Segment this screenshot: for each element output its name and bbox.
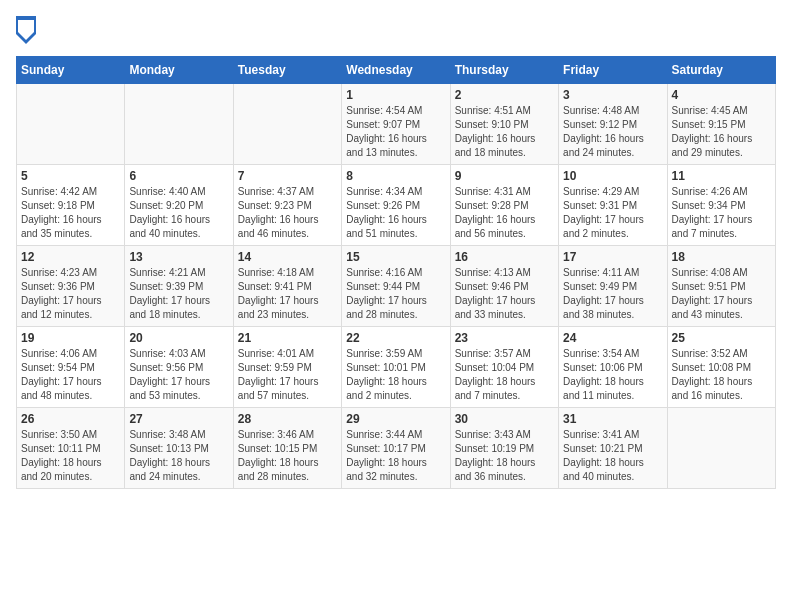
cell-content: Sunrise: 4:18 AM Sunset: 9:41 PM Dayligh…	[238, 266, 337, 322]
day-number: 13	[129, 250, 228, 264]
calendar-cell	[667, 408, 775, 489]
cell-content: Sunrise: 3:59 AM Sunset: 10:01 PM Daylig…	[346, 347, 445, 403]
cell-content: Sunrise: 4:23 AM Sunset: 9:36 PM Dayligh…	[21, 266, 120, 322]
weekday-header: Wednesday	[342, 57, 450, 84]
cell-content: Sunrise: 4:40 AM Sunset: 9:20 PM Dayligh…	[129, 185, 228, 241]
day-number: 27	[129, 412, 228, 426]
cell-content: Sunrise: 4:45 AM Sunset: 9:15 PM Dayligh…	[672, 104, 771, 160]
calendar-cell: 14Sunrise: 4:18 AM Sunset: 9:41 PM Dayli…	[233, 246, 341, 327]
calendar-cell: 17Sunrise: 4:11 AM Sunset: 9:49 PM Dayli…	[559, 246, 667, 327]
cell-content: Sunrise: 4:51 AM Sunset: 9:10 PM Dayligh…	[455, 104, 554, 160]
cell-content: Sunrise: 4:16 AM Sunset: 9:44 PM Dayligh…	[346, 266, 445, 322]
day-number: 14	[238, 250, 337, 264]
day-number: 3	[563, 88, 662, 102]
calendar-cell: 20Sunrise: 4:03 AM Sunset: 9:56 PM Dayli…	[125, 327, 233, 408]
calendar-week-row: 12Sunrise: 4:23 AM Sunset: 9:36 PM Dayli…	[17, 246, 776, 327]
weekday-header: Saturday	[667, 57, 775, 84]
calendar-cell: 29Sunrise: 3:44 AM Sunset: 10:17 PM Dayl…	[342, 408, 450, 489]
cell-content: Sunrise: 4:48 AM Sunset: 9:12 PM Dayligh…	[563, 104, 662, 160]
calendar-cell: 6Sunrise: 4:40 AM Sunset: 9:20 PM Daylig…	[125, 165, 233, 246]
logo-icon	[16, 16, 36, 44]
day-number: 6	[129, 169, 228, 183]
calendar-cell: 12Sunrise: 4:23 AM Sunset: 9:36 PM Dayli…	[17, 246, 125, 327]
cell-content: Sunrise: 4:34 AM Sunset: 9:26 PM Dayligh…	[346, 185, 445, 241]
cell-content: Sunrise: 3:48 AM Sunset: 10:13 PM Daylig…	[129, 428, 228, 484]
weekday-header-row: SundayMondayTuesdayWednesdayThursdayFrid…	[17, 57, 776, 84]
weekday-header: Tuesday	[233, 57, 341, 84]
cell-content: Sunrise: 4:31 AM Sunset: 9:28 PM Dayligh…	[455, 185, 554, 241]
calendar-cell	[125, 84, 233, 165]
cell-content: Sunrise: 3:43 AM Sunset: 10:19 PM Daylig…	[455, 428, 554, 484]
calendar-cell: 28Sunrise: 3:46 AM Sunset: 10:15 PM Dayl…	[233, 408, 341, 489]
calendar-cell: 10Sunrise: 4:29 AM Sunset: 9:31 PM Dayli…	[559, 165, 667, 246]
cell-content: Sunrise: 4:08 AM Sunset: 9:51 PM Dayligh…	[672, 266, 771, 322]
calendar-cell: 9Sunrise: 4:31 AM Sunset: 9:28 PM Daylig…	[450, 165, 558, 246]
day-number: 7	[238, 169, 337, 183]
cell-content: Sunrise: 3:50 AM Sunset: 10:11 PM Daylig…	[21, 428, 120, 484]
calendar-cell: 30Sunrise: 3:43 AM Sunset: 10:19 PM Dayl…	[450, 408, 558, 489]
day-number: 25	[672, 331, 771, 345]
calendar-cell: 19Sunrise: 4:06 AM Sunset: 9:54 PM Dayli…	[17, 327, 125, 408]
weekday-header: Friday	[559, 57, 667, 84]
cell-content: Sunrise: 3:46 AM Sunset: 10:15 PM Daylig…	[238, 428, 337, 484]
cell-content: Sunrise: 4:01 AM Sunset: 9:59 PM Dayligh…	[238, 347, 337, 403]
calendar-week-row: 26Sunrise: 3:50 AM Sunset: 10:11 PM Dayl…	[17, 408, 776, 489]
day-number: 30	[455, 412, 554, 426]
cell-content: Sunrise: 3:41 AM Sunset: 10:21 PM Daylig…	[563, 428, 662, 484]
day-number: 26	[21, 412, 120, 426]
calendar-cell: 7Sunrise: 4:37 AM Sunset: 9:23 PM Daylig…	[233, 165, 341, 246]
day-number: 10	[563, 169, 662, 183]
calendar-week-row: 1Sunrise: 4:54 AM Sunset: 9:07 PM Daylig…	[17, 84, 776, 165]
page-header	[16, 16, 776, 44]
calendar-week-row: 19Sunrise: 4:06 AM Sunset: 9:54 PM Dayli…	[17, 327, 776, 408]
calendar-cell: 21Sunrise: 4:01 AM Sunset: 9:59 PM Dayli…	[233, 327, 341, 408]
calendar-cell: 1Sunrise: 4:54 AM Sunset: 9:07 PM Daylig…	[342, 84, 450, 165]
weekday-header: Monday	[125, 57, 233, 84]
cell-content: Sunrise: 4:42 AM Sunset: 9:18 PM Dayligh…	[21, 185, 120, 241]
day-number: 4	[672, 88, 771, 102]
day-number: 12	[21, 250, 120, 264]
calendar-cell: 24Sunrise: 3:54 AM Sunset: 10:06 PM Dayl…	[559, 327, 667, 408]
calendar-cell: 8Sunrise: 4:34 AM Sunset: 9:26 PM Daylig…	[342, 165, 450, 246]
day-number: 19	[21, 331, 120, 345]
calendar-cell: 15Sunrise: 4:16 AM Sunset: 9:44 PM Dayli…	[342, 246, 450, 327]
cell-content: Sunrise: 4:06 AM Sunset: 9:54 PM Dayligh…	[21, 347, 120, 403]
calendar-table: SundayMondayTuesdayWednesdayThursdayFrid…	[16, 56, 776, 489]
day-number: 5	[21, 169, 120, 183]
cell-content: Sunrise: 4:37 AM Sunset: 9:23 PM Dayligh…	[238, 185, 337, 241]
cell-content: Sunrise: 4:13 AM Sunset: 9:46 PM Dayligh…	[455, 266, 554, 322]
logo	[16, 16, 40, 44]
cell-content: Sunrise: 4:03 AM Sunset: 9:56 PM Dayligh…	[129, 347, 228, 403]
day-number: 2	[455, 88, 554, 102]
calendar-cell: 13Sunrise: 4:21 AM Sunset: 9:39 PM Dayli…	[125, 246, 233, 327]
calendar-cell: 31Sunrise: 3:41 AM Sunset: 10:21 PM Dayl…	[559, 408, 667, 489]
day-number: 17	[563, 250, 662, 264]
day-number: 29	[346, 412, 445, 426]
calendar-cell	[233, 84, 341, 165]
day-number: 18	[672, 250, 771, 264]
cell-content: Sunrise: 4:54 AM Sunset: 9:07 PM Dayligh…	[346, 104, 445, 160]
calendar-cell: 5Sunrise: 4:42 AM Sunset: 9:18 PM Daylig…	[17, 165, 125, 246]
calendar-cell: 11Sunrise: 4:26 AM Sunset: 9:34 PM Dayli…	[667, 165, 775, 246]
calendar-cell: 4Sunrise: 4:45 AM Sunset: 9:15 PM Daylig…	[667, 84, 775, 165]
weekday-header: Sunday	[17, 57, 125, 84]
calendar-cell: 27Sunrise: 3:48 AM Sunset: 10:13 PM Dayl…	[125, 408, 233, 489]
cell-content: Sunrise: 4:26 AM Sunset: 9:34 PM Dayligh…	[672, 185, 771, 241]
calendar-cell: 16Sunrise: 4:13 AM Sunset: 9:46 PM Dayli…	[450, 246, 558, 327]
day-number: 15	[346, 250, 445, 264]
cell-content: Sunrise: 3:57 AM Sunset: 10:04 PM Daylig…	[455, 347, 554, 403]
day-number: 21	[238, 331, 337, 345]
day-number: 20	[129, 331, 228, 345]
calendar-week-row: 5Sunrise: 4:42 AM Sunset: 9:18 PM Daylig…	[17, 165, 776, 246]
day-number: 16	[455, 250, 554, 264]
cell-content: Sunrise: 4:11 AM Sunset: 9:49 PM Dayligh…	[563, 266, 662, 322]
day-number: 22	[346, 331, 445, 345]
cell-content: Sunrise: 3:44 AM Sunset: 10:17 PM Daylig…	[346, 428, 445, 484]
calendar-cell: 26Sunrise: 3:50 AM Sunset: 10:11 PM Dayl…	[17, 408, 125, 489]
calendar-cell: 2Sunrise: 4:51 AM Sunset: 9:10 PM Daylig…	[450, 84, 558, 165]
weekday-header: Thursday	[450, 57, 558, 84]
calendar-cell	[17, 84, 125, 165]
day-number: 28	[238, 412, 337, 426]
cell-content: Sunrise: 4:29 AM Sunset: 9:31 PM Dayligh…	[563, 185, 662, 241]
calendar-cell: 22Sunrise: 3:59 AM Sunset: 10:01 PM Dayl…	[342, 327, 450, 408]
